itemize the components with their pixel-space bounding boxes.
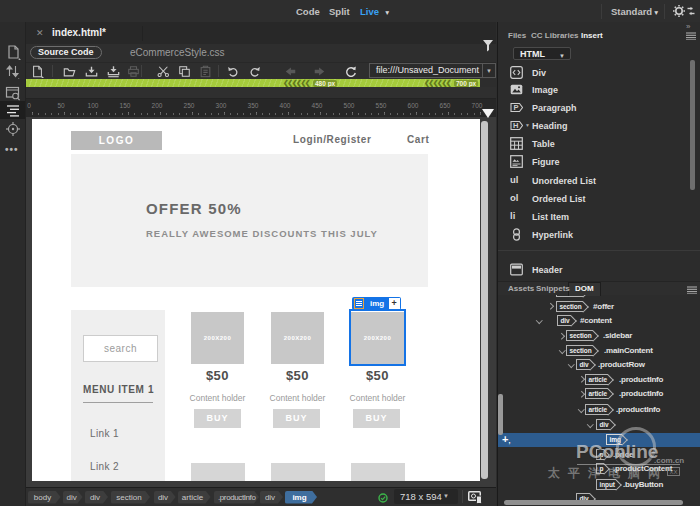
svg-text:P: P [513,103,518,112]
svg-text:H: H [513,121,518,130]
